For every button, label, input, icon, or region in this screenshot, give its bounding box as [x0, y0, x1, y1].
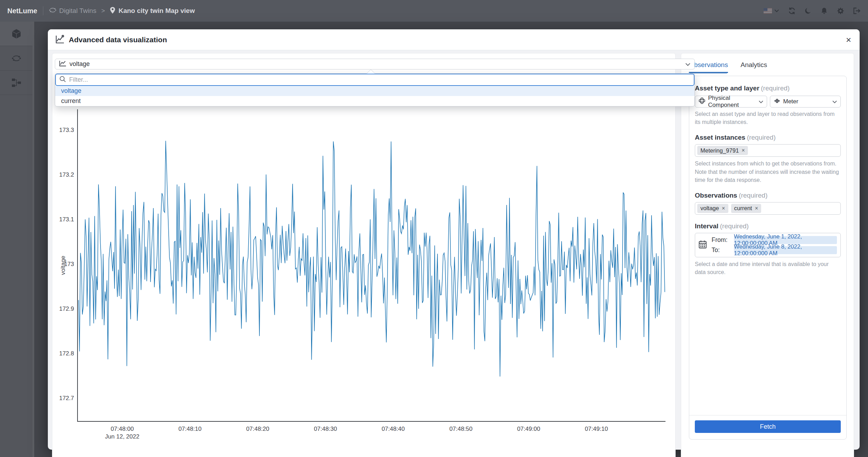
x-tick-label: 07:49:10: [585, 426, 608, 432]
line-chart-gear-icon: [56, 35, 65, 45]
observations-label: Observations: [695, 192, 737, 199]
interval-to-label: To:: [712, 246, 734, 254]
refresh-icon[interactable]: [788, 7, 796, 15]
chip-remove-icon[interactable]: ×: [755, 205, 758, 212]
chip-remove-icon[interactable]: ×: [742, 147, 745, 154]
moon-icon[interactable]: [805, 7, 812, 14]
panel-tabs: Observations Analytics: [681, 53, 854, 73]
chevron-down-icon: [832, 98, 837, 105]
series-dropdown-popover: voltage current: [55, 73, 695, 106]
map-pin-icon: [110, 7, 116, 15]
gear-icon[interactable]: [837, 7, 844, 15]
component-icon: [699, 97, 705, 106]
asset-type-section: Asset type and layer (required) Physical…: [695, 84, 841, 126]
voltage-chart: 173.3173.2173.1173172.9172.8172.7voltage…: [52, 53, 676, 457]
interval-section: Interval (required) From: Wednesday, Jun…: [695, 222, 841, 276]
series-select-value: voltage: [69, 60, 90, 68]
interval-box: From: Wednesday, June 1, 2022, 12:00:00:…: [695, 233, 841, 257]
x-tick-label: 07:48:40: [382, 426, 405, 432]
observations-form-card: Asset type and layer (required) Physical…: [689, 76, 847, 440]
asset-type-select[interactable]: Physical Component: [695, 96, 767, 108]
tab-analytics[interactable]: Analytics: [741, 61, 767, 73]
chevron-down-icon: [759, 98, 763, 105]
app-header: NetLume Digital Twins > Kano city twin M…: [0, 0, 868, 22]
breadcrumb-page[interactable]: Kano city twin Map view: [118, 7, 195, 15]
chip-voltage: voltage ×: [697, 204, 728, 213]
asset-instances-helper: Select instances from which to get the o…: [695, 160, 841, 184]
close-icon[interactable]: ×: [846, 35, 851, 44]
modal-title: Advanced data visualization: [69, 36, 167, 44]
bell-icon[interactable]: [821, 7, 827, 15]
option-current[interactable]: current: [55, 96, 694, 106]
chip-remove-icon[interactable]: ×: [722, 205, 725, 212]
asset-instances-section: Asset instances (required) Metering_9791…: [695, 134, 841, 184]
asset-type-helper: Select an asset type and layer to read o…: [695, 110, 841, 126]
interval-required: (required): [720, 222, 749, 230]
chip-label: current: [734, 205, 752, 212]
x-tick-label: 07:49:00: [517, 426, 540, 432]
fetch-button[interactable]: Fetch: [695, 420, 841, 433]
calendar-icon: [699, 240, 707, 250]
header-divider: [43, 6, 43, 15]
chip-label: voltage: [700, 205, 719, 212]
breadcrumb-chevron: >: [101, 7, 105, 15]
option-voltage[interactable]: voltage: [55, 86, 694, 96]
asset-instances-required: (required): [747, 134, 775, 141]
digital-twin-icon: [49, 7, 57, 14]
filter-box[interactable]: [55, 74, 694, 86]
x-tick-label: 07:48:50: [449, 426, 472, 432]
asset-type-required: (required): [761, 84, 789, 92]
asset-instances-label: Asset instances: [695, 134, 745, 141]
us-flag-icon[interactable]: [764, 8, 779, 14]
app-logo: NetLume: [7, 7, 37, 15]
layer-select[interactable]: Meter: [770, 96, 841, 108]
y-tick-label: 173.2: [59, 171, 74, 178]
y-tick-label: 172.8: [59, 350, 74, 357]
modal-titlebar: Advanced data visualization ×: [48, 29, 860, 50]
y-axis-label: voltage: [60, 256, 66, 275]
asset-instances-input[interactable]: Metering_9791 ×: [695, 144, 841, 157]
observations-input[interactable]: voltage × current ×: [695, 202, 841, 215]
panel-footer: Fetch: [689, 415, 846, 439]
x-tick-label: 07:48:10: [178, 426, 201, 432]
y-tick-label: 173.1: [59, 216, 74, 223]
meter-layer-icon: [774, 98, 780, 105]
search-icon: [59, 76, 66, 84]
asset-type-label: Asset type and layer: [695, 84, 759, 92]
interval-from-value[interactable]: Wednesday, June 1, 2022, 12:00:00:000 AM: [734, 236, 837, 244]
y-tick-label: 172.7: [59, 395, 74, 401]
line-chart-icon: [59, 60, 66, 68]
observations-required: (required): [739, 192, 767, 199]
interval-helper: Select a date and time interval that is …: [695, 260, 841, 276]
cube-icon: [12, 29, 21, 39]
logout-icon[interactable]: [853, 7, 860, 14]
x-tick-label: 07:48:20: [246, 426, 269, 432]
y-tick-label: 172.9: [59, 305, 74, 312]
sidebar-item-assets[interactable]: [0, 22, 32, 46]
chip-label: Metering_9791: [700, 147, 739, 154]
hierarchy-icon: [12, 78, 21, 87]
advanced-data-visualization-modal: Advanced data visualization × 173.3173.2…: [48, 29, 860, 450]
digital-twin-icon: [11, 55, 22, 62]
sidebar-item-hierarchy[interactable]: [0, 71, 32, 95]
sidebar: [0, 22, 34, 457]
observations-section: Observations (required) voltage × curren…: [695, 192, 841, 215]
interval-from-label: From:: [712, 236, 734, 244]
layer-value: Meter: [783, 98, 798, 105]
interval-to-value[interactable]: Wednesday, June 8, 2022, 12:00:00:000 AM: [734, 246, 837, 254]
chip-current: current ×: [731, 204, 762, 213]
x-tick-date-label: Jun 12, 2022: [105, 433, 139, 440]
sidebar-item-digital-twins[interactable]: [0, 46, 32, 71]
series-select[interactable]: voltage: [55, 59, 695, 69]
breadcrumb-section[interactable]: Digital Twins: [59, 7, 96, 15]
voltage-series-line: [79, 141, 665, 376]
chevron-down-icon: [685, 61, 690, 67]
interval-label: Interval: [695, 222, 719, 230]
asset-type-value: Physical Component: [708, 95, 759, 109]
y-tick-label: 173.3: [59, 127, 74, 133]
breadcrumb: Digital Twins > Kano city twin Map view: [49, 7, 195, 15]
x-tick-label: 07:48:00: [111, 426, 134, 432]
filter-input[interactable]: [69, 76, 690, 83]
observations-panel: Observations Analytics Asset type and la…: [681, 53, 854, 457]
x-tick-label: 07:48:30: [314, 426, 337, 432]
